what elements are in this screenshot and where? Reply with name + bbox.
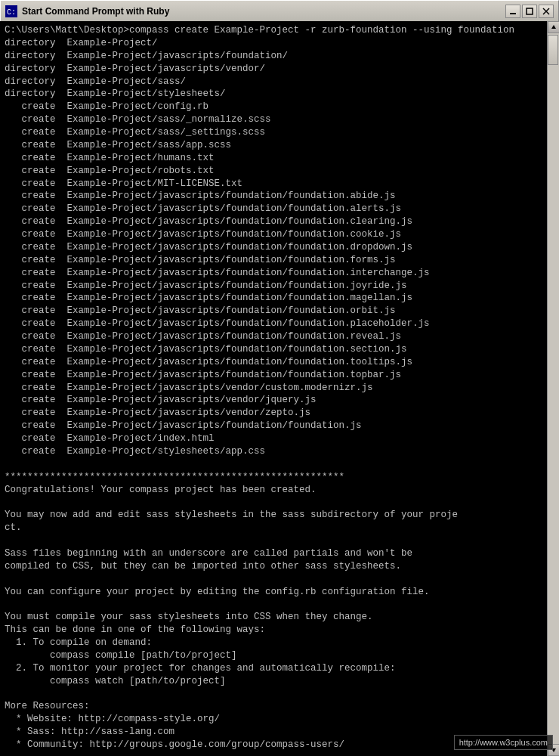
terminal-window: C: Start Command Prompt with Ruby C:\Use…	[0, 0, 559, 756]
svg-rect-3	[527, 8, 533, 14]
terminal-content[interactable]: C:\Users\Matt\Desktop>compass create Exa…	[0, 21, 547, 756]
scrollbar[interactable]	[547, 21, 559, 756]
titlebar: C: Start Command Prompt with Ruby	[0, 0, 559, 21]
svg-text:C:: C:	[7, 8, 16, 17]
terminal-area: C:\Users\Matt\Desktop>compass create Exa…	[0, 21, 559, 756]
svg-marker-6	[551, 25, 556, 29]
scrollbar-track[interactable]	[548, 33, 559, 744]
watermark: http://www.w3cplus.com	[454, 735, 553, 750]
window-controls	[505, 5, 554, 18]
svg-rect-2	[510, 13, 516, 14]
minimize-button[interactable]	[505, 5, 520, 18]
close-button[interactable]	[539, 5, 554, 18]
titlebar-icon: C:	[5, 5, 17, 17]
terminal-output: C:\Users\Matt\Desktop>compass create Exa…	[5, 24, 542, 756]
window-title: Start Command Prompt with Ruby	[22, 6, 505, 17]
scrollbar-thumb[interactable]	[548, 35, 558, 65]
scroll-up-button[interactable]	[548, 21, 559, 33]
maximize-button[interactable]	[522, 5, 537, 18]
